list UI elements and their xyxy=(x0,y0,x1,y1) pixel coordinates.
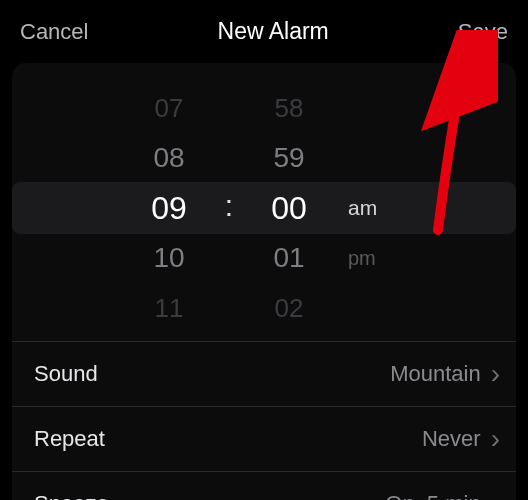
minute-option[interactable]: 58 xyxy=(244,89,334,127)
sound-row[interactable]: Sound Mountain › xyxy=(12,341,516,406)
repeat-row[interactable]: Repeat Never › xyxy=(12,406,516,471)
header-bar: Cancel New Alarm Save xyxy=(0,0,528,55)
alarm-panel: 07 08 09 10 11 : 58 59 00 01 02 am pm So… xyxy=(12,63,516,500)
page-title: New Alarm xyxy=(218,18,329,45)
snooze-label: Snooze xyxy=(34,491,109,500)
minute-column[interactable]: 58 59 00 01 02 xyxy=(244,83,334,333)
time-separator: : xyxy=(214,83,244,333)
chevron-right-icon: › xyxy=(491,360,500,388)
ampm-option[interactable]: pm xyxy=(340,239,404,277)
repeat-value: Never xyxy=(422,426,481,452)
ampm-spacer xyxy=(340,139,404,177)
save-button[interactable]: Save xyxy=(458,19,508,45)
sound-value: Mountain xyxy=(390,361,481,387)
time-picker[interactable]: 07 08 09 10 11 : 58 59 00 01 02 am pm xyxy=(12,83,516,333)
ampm-column[interactable]: am pm xyxy=(334,83,404,333)
minute-option[interactable]: 59 xyxy=(244,139,334,177)
chevron-right-icon: › xyxy=(491,425,500,453)
settings-list: Sound Mountain › Repeat Never › Snooze O… xyxy=(12,341,516,500)
snooze-value: On, 5 min xyxy=(385,491,480,500)
hour-option[interactable]: 08 xyxy=(124,139,214,177)
hour-option[interactable]: 10 xyxy=(124,239,214,277)
hour-option[interactable]: 11 xyxy=(124,289,214,327)
hour-option[interactable]: 07 xyxy=(124,89,214,127)
sound-label: Sound xyxy=(34,361,98,387)
hour-column[interactable]: 07 08 09 10 11 xyxy=(124,83,214,333)
minute-selected[interactable]: 00 xyxy=(244,189,334,227)
ampm-selected[interactable]: am xyxy=(340,189,404,227)
repeat-label: Repeat xyxy=(34,426,105,452)
minute-option[interactable]: 02 xyxy=(244,289,334,327)
minute-option[interactable]: 01 xyxy=(244,239,334,277)
cancel-button[interactable]: Cancel xyxy=(20,19,88,45)
ampm-spacer xyxy=(340,89,404,127)
hour-selected[interactable]: 09 xyxy=(124,189,214,227)
snooze-row[interactable]: Snooze On, 5 min › xyxy=(12,471,516,500)
ampm-spacer xyxy=(340,289,404,327)
chevron-right-icon: › xyxy=(491,490,500,500)
